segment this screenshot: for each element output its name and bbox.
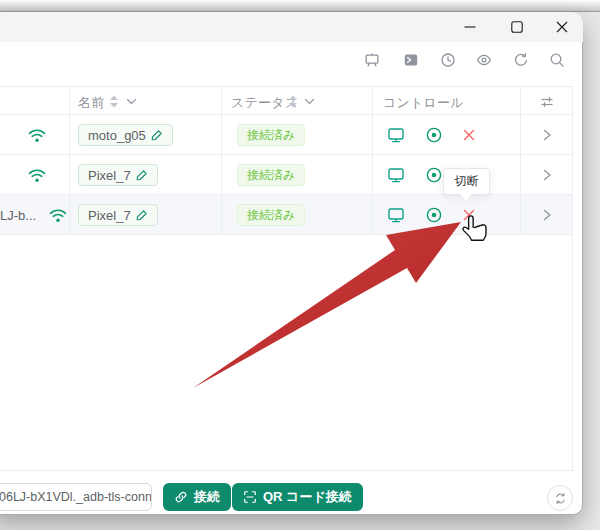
tooltip: 切断 [443, 168, 490, 195]
table-row[interactable]: LJ-b... Pixel_7 接続済み [0, 195, 573, 235]
record-icon[interactable] [425, 126, 443, 144]
device-name-tag[interactable]: Pixel_7 [78, 204, 158, 226]
column-divider [69, 86, 70, 235]
presentation-display-icon[interactable] [364, 52, 380, 68]
minimize-icon [464, 21, 476, 33]
column-divider [372, 86, 373, 235]
column-header-control: コントロール [383, 94, 464, 112]
column-settings-icon[interactable] [539, 94, 555, 110]
wifi-icon [49, 207, 67, 225]
maximize-icon [511, 21, 523, 33]
column-divider [520, 86, 521, 235]
sort-icon[interactable] [109, 95, 119, 108]
refresh-icon [554, 492, 567, 505]
device-id-label: LJ-b... [0, 208, 36, 223]
expand-row-icon[interactable] [540, 128, 554, 142]
connect-button-label: 接続 [194, 488, 220, 506]
maximize-button[interactable] [496, 13, 538, 41]
table-border [572, 86, 573, 471]
device-name-label: Pixel_7 [88, 208, 131, 223]
status-badge: 接続済み [237, 164, 305, 186]
device-name-label: moto_g05 [88, 128, 146, 143]
record-icon[interactable] [425, 206, 443, 224]
device-name-label: Pixel_7 [88, 168, 131, 183]
expand-row-icon[interactable] [540, 168, 554, 182]
sort-icon[interactable] [288, 95, 298, 108]
edit-pencil-icon[interactable] [136, 209, 148, 221]
record-icon[interactable] [425, 166, 443, 184]
column-header-name[interactable]: 名前 [78, 94, 104, 112]
mirror-icon[interactable] [387, 166, 405, 184]
close-icon [556, 21, 568, 33]
close-button[interactable] [541, 13, 583, 41]
column-divider [221, 86, 222, 235]
status-badge: 接続済み [237, 124, 305, 146]
device-name-tag[interactable]: moto_g05 [78, 124, 173, 146]
mirror-icon[interactable] [387, 126, 405, 144]
background-window-edge [0, 0, 600, 12]
minimize-button[interactable] [449, 13, 491, 41]
disconnect-icon[interactable] [460, 206, 478, 224]
link-icon [174, 490, 188, 504]
connect-button[interactable]: 接続 [163, 483, 231, 511]
wifi-icon [28, 127, 46, 145]
device-name-tag[interactable]: Pixel_7 [78, 164, 158, 186]
table-border [0, 470, 573, 471]
mirror-icon[interactable] [387, 206, 405, 224]
refresh-devices-button[interactable] [547, 485, 573, 511]
filter-chevron-icon[interactable] [126, 97, 137, 106]
terminal-icon[interactable] [403, 52, 419, 68]
qr-connect-button[interactable]: QR コード接続 [232, 483, 363, 511]
wifi-icon [28, 167, 46, 185]
qr-connect-button-label: QR コード接続 [263, 488, 352, 506]
screen: 名前 ステータス コントロール moto_g05 [0, 0, 600, 530]
filter-chevron-icon[interactable] [304, 97, 315, 106]
search-icon[interactable] [549, 52, 565, 68]
address-input[interactable]: 06LJ-bX1VDl._adb-tls-conne [0, 483, 152, 511]
tooltip-label: 切断 [455, 173, 479, 190]
edit-pencil-icon[interactable] [136, 169, 148, 181]
qr-scan-icon [243, 490, 257, 504]
table-row[interactable]: moto_g05 接続済み [0, 115, 573, 155]
expand-row-icon[interactable] [540, 208, 554, 222]
edit-pencil-icon[interactable] [151, 129, 163, 141]
status-badge: 接続済み [237, 204, 305, 226]
refresh-icon[interactable] [513, 52, 529, 68]
disconnect-icon[interactable] [460, 126, 478, 144]
table-header: 名前 ステータス コントロール [0, 86, 573, 115]
history-clock-icon[interactable] [440, 52, 456, 68]
eye-icon[interactable] [476, 52, 492, 68]
tooltip-caret [460, 194, 472, 201]
